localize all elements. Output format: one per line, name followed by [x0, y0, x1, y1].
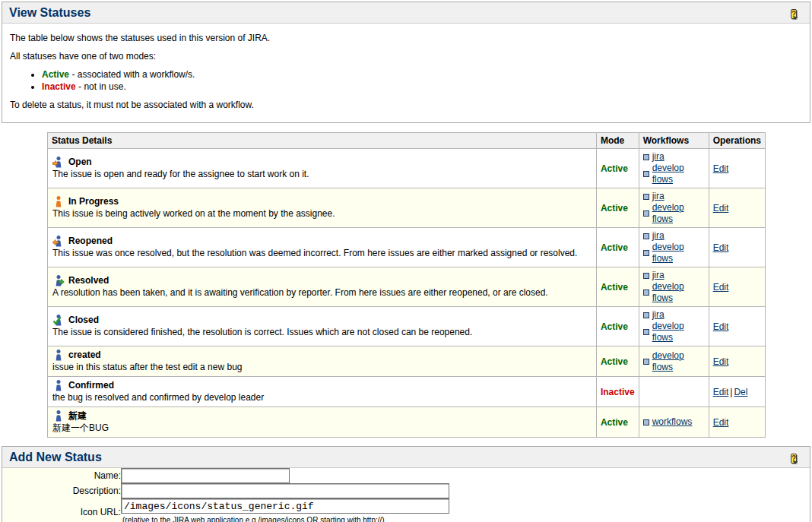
status-mode: Active	[596, 267, 639, 307]
edit-link[interactable]: Edit	[713, 321, 729, 332]
help-icon[interactable]: ?	[791, 8, 803, 18]
workflow-bullet-icon	[643, 419, 649, 426]
status-generic-icon	[52, 410, 65, 422]
view-statuses-panel: View Statuses ? The table below shows th…	[2, 2, 810, 123]
workflow-link[interactable]: develop flows	[652, 321, 705, 343]
table-row: Reopened This issue was once resolved, b…	[48, 228, 766, 267]
status-mode: Active	[596, 307, 639, 346]
form-row-description: Description:	[2, 483, 810, 498]
status-name: Confirmed	[68, 379, 114, 391]
description-field[interactable]	[121, 483, 449, 498]
workflow-link[interactable]: develop flows	[652, 163, 705, 185]
table-row: 新建 新建一个BUG Active workflows Edit	[48, 407, 766, 438]
status-name: Open	[68, 156, 92, 168]
edit-link[interactable]: Edit	[713, 387, 729, 397]
form-row-icon-url: Icon URL: (relative to the JIRA web appl…	[2, 498, 810, 522]
active-label: Active	[42, 69, 69, 80]
workflow-link[interactable]: jira	[652, 230, 665, 242]
modes-line: All statuses have one of two modes:	[10, 51, 802, 62]
edit-link[interactable]: Edit	[713, 417, 729, 428]
workflow-link[interactable]: develop flows	[652, 202, 705, 225]
statuses-table: Status Details Mode Workflows Operations…	[47, 132, 766, 438]
status-name: 新建	[68, 410, 87, 422]
col-status-details: Status Details	[48, 133, 597, 149]
col-workflows: Workflows	[639, 133, 709, 149]
workflow-link[interactable]: develop flows	[652, 281, 705, 304]
add-status-form: Name: Description: Icon URL: (relative t…	[2, 468, 810, 522]
delete-link[interactable]: Del	[734, 387, 747, 397]
status-description: issue in this status after the test edit…	[52, 362, 592, 373]
page-title: View Statuses	[9, 6, 90, 20]
status-inprogress-icon	[52, 195, 65, 207]
status-description: A resolution has been taken, and it is a…	[52, 287, 592, 299]
status-mode: Active	[596, 149, 639, 188]
icon-url-label: Icon URL:	[2, 498, 121, 522]
edit-link[interactable]: Edit	[713, 242, 729, 253]
status-name: Closed	[68, 314, 99, 326]
add-new-status-header: Add New Status ?	[2, 447, 810, 468]
add-new-status-panel: Add New Status ? Name: Description: Icon…	[2, 446, 810, 522]
status-description: The issue is open and ready for the assi…	[52, 169, 592, 180]
form-row-name: Name:	[2, 468, 810, 483]
mode-active-item: Active - associated with a workflow/s.	[42, 69, 802, 80]
icon-url-field[interactable]	[121, 498, 449, 514]
workflow-bullet-icon	[643, 289, 649, 296]
status-open-icon	[52, 156, 65, 168]
table-row: In Progress This issue is being actively…	[48, 188, 766, 228]
edit-link[interactable]: Edit	[713, 356, 729, 367]
status-name: In Progress	[68, 195, 119, 207]
status-description: the bug is resolved and confirmed by dev…	[52, 392, 592, 403]
workflow-link[interactable]: jira	[652, 270, 665, 281]
status-description: This issue was once resolved, but the re…	[52, 248, 592, 259]
status-closed-icon	[52, 314, 65, 326]
edit-link[interactable]: Edit	[713, 203, 729, 214]
status-name: Reopened	[68, 235, 113, 247]
status-mode: Active	[596, 346, 639, 377]
help-icon[interactable]: ?	[791, 453, 803, 463]
col-operations: Operations	[709, 133, 765, 149]
table-header-row: Status Details Mode Workflows Operations	[48, 133, 766, 149]
status-name: Resolved	[68, 274, 109, 286]
table-row: created issue in this status after the t…	[48, 346, 766, 377]
workflow-bullet-icon	[643, 312, 649, 318]
name-field[interactable]	[121, 468, 290, 483]
workflow-link[interactable]: jira	[652, 309, 665, 321]
status-generic-icon	[52, 379, 65, 391]
status-mode: Active	[596, 188, 639, 228]
table-row: Open The issue is open and ready for the…	[48, 149, 766, 188]
status-mode: Active	[596, 407, 639, 438]
table-row: Resolved A resolution has been taken, an…	[48, 267, 766, 307]
intro-text: The table below shows the statuses used …	[10, 33, 802, 43]
workflow-link[interactable]: jira	[652, 151, 665, 163]
status-name: created	[68, 349, 101, 361]
modes-list: Active - associated with a workflow/s. I…	[10, 69, 802, 92]
workflow-link[interactable]: jira	[652, 191, 665, 202]
workflow-bullet-icon	[643, 210, 649, 217]
workflow-link[interactable]: workflows	[652, 416, 693, 428]
workflow-bullet-icon	[643, 194, 649, 200]
status-resolved-icon	[52, 274, 65, 286]
view-statuses-intro: The table below shows the statuses used …	[2, 24, 810, 122]
table-row: Confirmed the bug is resolved and confir…	[48, 377, 766, 407]
delete-note: To delete a status, it must not be assoc…	[10, 100, 802, 110]
operation-separator: |	[730, 387, 732, 397]
edit-link[interactable]: Edit	[713, 282, 729, 293]
view-statuses-header: View Statuses ?	[2, 2, 810, 24]
col-mode: Mode	[596, 133, 639, 149]
table-row: Closed The issue is considered finished,…	[48, 307, 766, 346]
workflow-bullet-icon	[643, 171, 649, 177]
workflow-link[interactable]: develop flows	[652, 242, 705, 264]
workflow-bullet-icon	[643, 273, 649, 279]
status-description: The issue is considered finished, the re…	[52, 327, 592, 338]
workflow-bullet-icon	[643, 359, 649, 365]
add-new-status-title: Add New Status	[9, 451, 102, 464]
icon-url-hint: (relative to the JIRA web application e.…	[122, 516, 810, 522]
workflow-bullet-icon	[643, 250, 649, 256]
workflow-link[interactable]: develop flows	[652, 350, 705, 373]
status-generic-icon	[52, 349, 65, 361]
edit-link[interactable]: Edit	[713, 163, 729, 174]
status-mode: Inactive	[596, 377, 639, 407]
status-description: 新建一个BUG	[52, 422, 592, 434]
status-reopened-icon	[52, 235, 65, 247]
inactive-desc: - not in use.	[78, 81, 126, 92]
